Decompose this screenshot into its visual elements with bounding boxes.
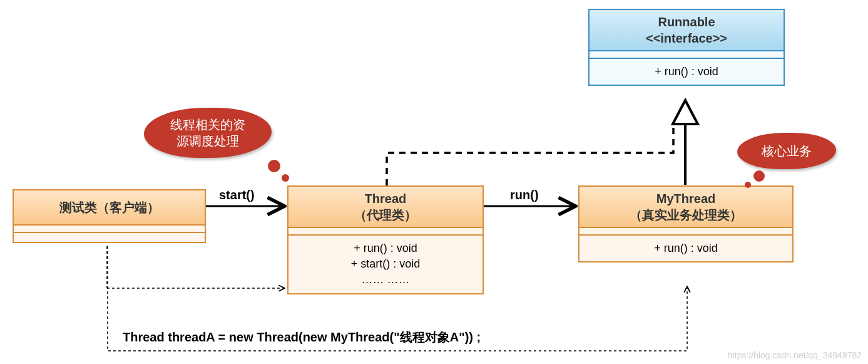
mythread-methods: + run() : void [580,234,792,261]
class-thread: Thread （代理类） + run() : void + start() : … [287,185,484,294]
test-title: 测试类（客户端） [14,190,205,224]
callout-bubble-2a [753,170,765,182]
callout-thread-resource-l2: 源调度处理 [176,134,239,148]
runnable-name: Runnable [658,15,715,29]
label-run: run() [510,188,539,202]
runnable-stereotype: <<interface>> [646,31,727,45]
mythread-subtitle: （真实业务处理类） [630,208,742,222]
label-start: start() [219,188,255,202]
callout-core-business-text: 核心业务 [762,144,812,158]
callout-bubble-2b [745,182,751,188]
thread-subtitle: （代理类） [354,208,417,222]
runnable-methods: + run() : void [590,58,784,85]
edge-thread-implements [387,125,673,185]
code-statement: Thread threadA = new Thread(new MyThread… [123,329,481,346]
mythread-name: MyThread [656,192,715,205]
test-name: 测试类（客户端） [59,200,160,214]
thread-attrs [288,227,483,234]
class-runnable: Runnable <<interface>> + run() : void [588,9,785,86]
thread-title: Thread （代理类） [288,187,483,227]
mythread-method-run: + run() : void [654,242,718,254]
callout-core-business: 核心业务 [737,133,836,169]
thread-method-more: …… …… [361,273,409,286]
runnable-method-run: + run() : void [655,65,718,78]
triangle-mythread [673,100,698,124]
thread-method-run: + run() : void [354,242,417,254]
callout-bubble-1b [282,174,289,182]
test-attrs [14,224,205,232]
callout-bubble-1a [268,160,280,172]
test-methods [14,232,205,242]
runnable-attrs [590,50,784,58]
runnable-title: Runnable <<interface>> [590,10,784,50]
thread-name: Thread [365,192,407,205]
callout-thread-resource: 线程相关的资 源调度处理 [144,108,272,158]
thread-method-start: + start() : void [351,257,421,270]
mythread-attrs [580,227,792,234]
thread-methods: + run() : void + start() : void …… …… [288,234,483,293]
mythread-title: MyThread （真实业务处理类） [580,187,792,227]
class-mythread: MyThread （真实业务处理类） + run() : void [578,185,794,263]
watermark: https://blog.csdn.net/qq_34949782 [727,350,862,360]
class-test: 测试类（客户端） [13,189,206,243]
callout-thread-resource-l1: 线程相关的资 [170,118,245,132]
